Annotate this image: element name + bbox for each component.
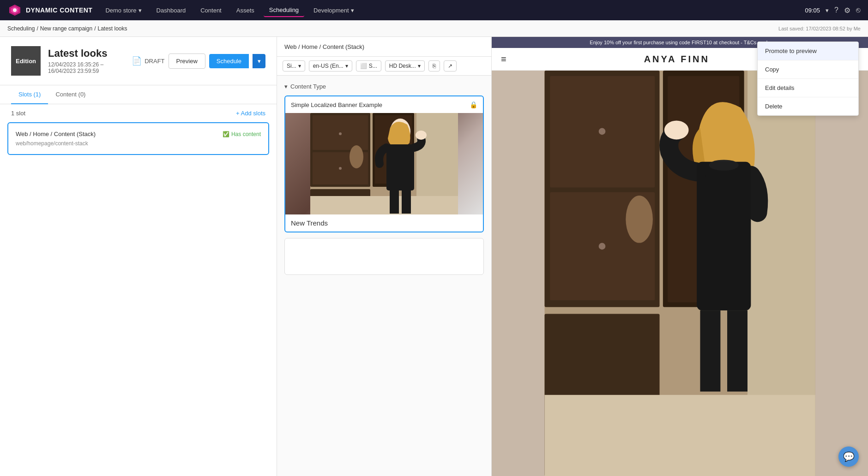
has-content-badge: ✅ Has content — [223, 131, 261, 137]
middle-toolbar: Si... ▾ en-US (En... ▾ ⬜ S... HD Desk...… — [277, 57, 491, 76]
svg-rect-14 — [386, 144, 414, 190]
edition-badge: Edition — [11, 46, 41, 76]
content-label: New Trends — [285, 214, 483, 232]
svg-rect-34 — [700, 310, 720, 392]
edition-actions: 📄 DRAFT Preview Schedule ▾ — [132, 54, 265, 69]
svg-rect-36 — [697, 162, 751, 310]
chevron-down-icon: ▾ — [284, 83, 288, 90]
svg-point-29 — [626, 196, 653, 243]
svg-point-15 — [416, 131, 427, 140]
content-type-header[interactable]: ▾ Content Type — [284, 83, 484, 90]
chevron-down-icon: ▾ — [345, 63, 348, 69]
middle-header: Web / Home / Content (Stack) — [277, 37, 491, 57]
edition-info: Latest looks 12/04/2023 16:35:26 – 16/04… — [48, 48, 124, 74]
schedule-button[interactable]: Schedule — [209, 54, 249, 68]
device-select[interactable]: HD Desk... ▾ — [385, 60, 425, 71]
nav-dashboard[interactable]: Dashboard — [151, 4, 192, 17]
dropdown-menu: Promote to preview Copy Edit details Del… — [757, 42, 859, 116]
content-type-label: Content Type — [290, 83, 326, 90]
add-slots-button[interactable]: + Add slots — [236, 110, 265, 117]
middle-panel: Web / Home / Content (Stack) Si... ▾ en-… — [277, 37, 492, 476]
delete-item[interactable]: Delete — [758, 97, 858, 115]
model-image-svg — [285, 113, 483, 214]
edit-details-item[interactable]: Edit details — [758, 79, 858, 97]
svg-rect-11 — [310, 196, 458, 214]
preview-model-svg — [492, 71, 868, 476]
breadcrumb-current: Latest looks — [97, 25, 127, 32]
breadcrumb-campaign[interactable]: New range campaign — [40, 25, 92, 32]
schedule-dropdown-button[interactable]: ▾ — [253, 54, 265, 68]
svg-rect-16 — [390, 190, 399, 214]
copy-item[interactable]: Copy — [758, 60, 858, 78]
nav-content[interactable]: Content — [195, 4, 227, 17]
locale-select[interactable]: en-US (En... ▾ — [309, 60, 352, 71]
preview-button[interactable]: Preview — [169, 54, 205, 69]
hamburger-icon[interactable]: ≡ — [501, 54, 506, 65]
draft-label: DRAFT — [145, 58, 164, 65]
settings-icon[interactable]: ⚙ — [844, 6, 850, 15]
svg-point-0 — [13, 8, 17, 12]
svg-rect-35 — [727, 310, 747, 392]
edition-title: Latest looks — [48, 48, 124, 60]
content-card-title: Simple Localized Banner Example — [291, 101, 382, 108]
content-card-placeholder[interactable] — [284, 238, 484, 275]
slot-count-bar: 1 slot + Add slots — [0, 104, 277, 122]
svg-rect-17 — [402, 190, 411, 214]
svg-rect-28 — [545, 395, 815, 476]
brand-logo: ANYA FINN — [644, 54, 710, 65]
last-saved-text: Last saved: 17/02/2023 08:52 by Me — [778, 26, 861, 31]
left-panel: Edition Latest looks 12/04/2023 16:35:26… — [0, 37, 277, 476]
content-card[interactable]: Simple Localized Banner Example 🔒 — [284, 95, 484, 232]
draft-icon: 📄 — [132, 56, 142, 66]
slot-count: 1 slot — [11, 110, 25, 117]
lock-icon: 🔒 — [470, 101, 477, 108]
content-card-header: Simple Localized Banner Example 🔒 — [285, 96, 483, 113]
top-navigation: DYNAMIC CONTENT Demo store ▾ Dashboard C… — [0, 0, 868, 20]
nav-scheduling[interactable]: Scheduling — [264, 4, 304, 17]
slot-name: Web / Home / Content (Stack) — [16, 131, 96, 137]
preview-hero-image — [492, 71, 868, 476]
nav-right-section: 09:05 ▾ ? ⚙ ⎋ — [805, 6, 861, 15]
nav-demo-store[interactable]: Demo store ▾ — [100, 4, 147, 17]
breadcrumb: Scheduling / New range campaign / Latest… — [7, 25, 127, 32]
edition-header: Edition Latest looks 12/04/2023 16:35:26… — [0, 37, 277, 85]
middle-body: ▾ Content Type Simple Localized Banner E… — [277, 76, 491, 476]
edition-tabs: Slots (1) Content (0) — [0, 85, 277, 104]
slot-item-header: Web / Home / Content (Stack) ✅ Has conte… — [16, 131, 261, 137]
promote-to-preview-item[interactable]: Promote to preview — [758, 42, 858, 60]
open-external-icon-btn[interactable]: ↗ — [444, 60, 457, 71]
svg-point-12 — [350, 145, 363, 168]
signout-icon[interactable]: ⎋ — [856, 6, 861, 14]
nav-assets[interactable]: Assets — [231, 4, 260, 17]
app-logo-icon — [7, 3, 22, 18]
edition-dates: 12/04/2023 16:35:26 – 16/04/2023 23:59:5… — [48, 61, 124, 74]
middle-path: Web / Home / Content (Stack) — [284, 43, 364, 50]
svg-point-8 — [339, 132, 342, 135]
current-time: 09:05 — [805, 7, 820, 14]
copy-icon-btn[interactable]: ⎘ — [428, 60, 440, 71]
svg-point-26 — [599, 243, 606, 250]
draft-badge: 📄 DRAFT — [132, 56, 164, 66]
check-icon: ✅ — [223, 131, 229, 137]
logo-area: DYNAMIC CONTENT — [7, 3, 92, 18]
nav-development[interactable]: Development ▾ — [308, 4, 360, 17]
content-image — [285, 113, 483, 214]
svg-point-25 — [599, 128, 606, 135]
chat-support-button[interactable]: 💬 — [838, 446, 859, 467]
slot-path: web/homepage/content-stack — [16, 140, 261, 147]
chevron-down-icon: ▾ — [298, 63, 301, 69]
tab-slots[interactable]: Slots (1) — [11, 85, 48, 104]
svg-point-33 — [664, 120, 689, 139]
size-select[interactable]: Si... ▾ — [283, 60, 305, 71]
svg-point-9 — [339, 167, 342, 170]
slot-item[interactable]: Web / Home / Content (Stack) ✅ Has conte… — [7, 122, 269, 155]
chevron-down-icon: ▾ — [418, 63, 421, 69]
app-name: DYNAMIC CONTENT — [26, 6, 92, 14]
time-expand-icon[interactable]: ▾ — [826, 7, 829, 14]
tab-content[interactable]: Content (0) — [48, 85, 93, 104]
breadcrumb-bar: Scheduling / New range campaign / Latest… — [0, 20, 868, 37]
main-area: Edition Latest looks 12/04/2023 16:35:26… — [0, 37, 868, 476]
breadcrumb-scheduling[interactable]: Scheduling — [7, 25, 35, 32]
view-toggle[interactable]: ⬜ S... — [356, 60, 381, 71]
help-icon[interactable]: ? — [834, 6, 838, 14]
